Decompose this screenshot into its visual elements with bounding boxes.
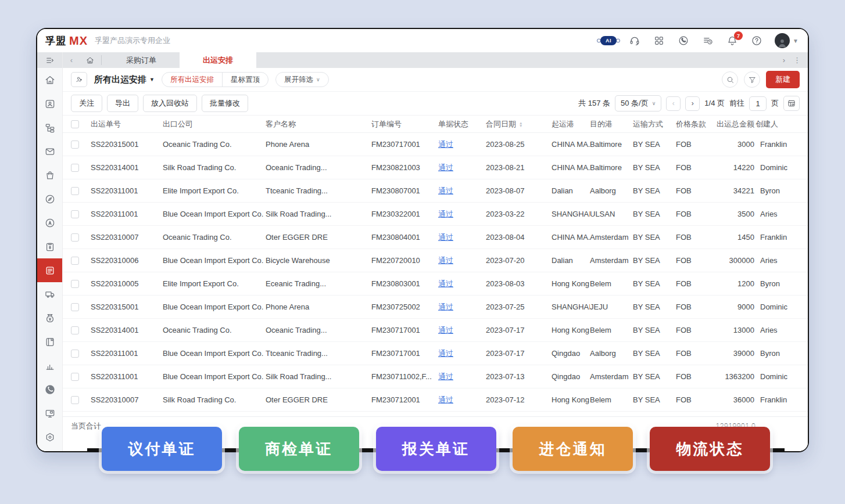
row-checkbox[interactable] — [71, 164, 79, 172]
toolbar-action-button[interactable]: 批量修改 — [202, 95, 248, 112]
column-header[interactable]: 运输方式 — [633, 119, 676, 129]
sidebar-item-shipdoc[interactable] — [37, 258, 62, 282]
sidebar-item-ledger[interactable] — [37, 330, 62, 354]
column-header[interactable]: 客户名称 — [266, 119, 371, 129]
whatsapp-icon[interactable] — [677, 34, 690, 47]
bell-icon[interactable]: 7 — [726, 34, 739, 47]
table-row[interactable]: SS220314001Silk Road Trading Co.Oceanic … — [63, 156, 808, 179]
table-row[interactable]: SS220311001Elite Import Export Co.Ttcean… — [63, 179, 808, 203]
filter-funnel-icon[interactable] — [744, 71, 760, 88]
column-header[interactable]: 出运总金额 — [711, 119, 756, 129]
status-link[interactable]: 通过 — [438, 140, 453, 149]
flow-button-2[interactable]: 商检单证 — [239, 427, 359, 471]
table-row[interactable]: SS220315001Oceanic Trading Co.Phone Aren… — [63, 133, 808, 156]
home-icon[interactable] — [80, 52, 100, 68]
status-link[interactable]: 通过 — [438, 326, 453, 334]
table-row[interactable]: SS220314001Oceanic Trading Co.Oceanic Tr… — [63, 319, 808, 342]
column-header[interactable]: 合同日期▲▼ — [486, 119, 552, 129]
expand-filter-button[interactable]: 展开筛选 ∨ — [275, 72, 329, 87]
column-header[interactable]: 创建人 — [756, 119, 800, 129]
sidebar-item-org[interactable] — [37, 116, 62, 139]
sidebar-item-finance[interactable] — [37, 306, 62, 330]
tasks-icon[interactable] — [701, 34, 714, 47]
column-settings-icon[interactable] — [783, 96, 800, 111]
table-row[interactable]: SS220310007Oceanic Trading Co.Oter EGGER… — [63, 226, 808, 249]
sidebar-item-workbench[interactable] — [37, 401, 62, 425]
toolbar-action-button[interactable]: 导出 — [107, 95, 138, 112]
flow-button-1[interactable]: 议付单证 — [102, 427, 222, 471]
grid-icon[interactable] — [653, 34, 665, 47]
row-checkbox[interactable] — [71, 326, 79, 334]
quick-filter-segment[interactable]: 星标置顶 — [222, 73, 268, 87]
row-checkbox[interactable] — [71, 280, 79, 288]
column-header[interactable]: 起运港 — [552, 119, 590, 129]
view-selector[interactable]: 所有出运安排 ▼ — [94, 74, 155, 85]
sidebar-item-truck[interactable] — [37, 282, 62, 306]
status-link[interactable]: 通过 — [438, 303, 453, 311]
table-row[interactable]: SS220310005Elite Import Export Co.Eceani… — [63, 272, 808, 296]
sidebar-item-report[interactable] — [37, 354, 62, 377]
status-link[interactable]: 通过 — [438, 233, 453, 242]
tab-2[interactable]: 出运安排 — [180, 52, 256, 68]
sidebar-item-mail[interactable] — [37, 139, 62, 163]
table-row[interactable]: SS220315001Blue Ocean Import Export Co.P… — [63, 296, 808, 319]
tab-scroll-left[interactable]: ‹ — [63, 52, 80, 68]
flow-button-5[interactable]: 物流状态 — [650, 427, 770, 471]
column-header[interactable]: 出运单号 — [91, 119, 163, 129]
table-row[interactable]: SS220311001Blue Ocean Import Export Co.T… — [63, 342, 808, 365]
sidebar-item-settings[interactable] — [37, 425, 62, 449]
row-checkbox[interactable] — [71, 350, 79, 358]
column-header[interactable]: 价格条款 — [676, 119, 711, 129]
assignee-filter-button[interactable] — [71, 72, 87, 87]
row-checkbox[interactable] — [71, 210, 79, 218]
sidebar-item-contacts[interactable] — [37, 92, 62, 116]
sidebar-item-home[interactable] — [37, 68, 62, 92]
table-row[interactable]: SS220310006Blue Ocean Import Export Co.B… — [63, 249, 808, 272]
status-link[interactable]: 通过 — [438, 349, 453, 358]
column-header[interactable]: 目的港 — [590, 119, 633, 129]
row-checkbox[interactable] — [71, 233, 79, 242]
sidebar-item-bag[interactable] — [37, 163, 62, 187]
sidebar-item-compass[interactable] — [37, 187, 62, 211]
table-row[interactable]: SS220311001Blue Ocean Import Export Co.S… — [63, 365, 808, 388]
help-icon[interactable] — [750, 34, 763, 47]
sort-icon[interactable]: ▲▼ — [519, 121, 522, 127]
row-checkbox[interactable] — [71, 141, 79, 149]
sidebar-item-marketing[interactable] — [37, 211, 62, 235]
tab-1[interactable]: 采购订单 — [103, 52, 180, 68]
status-link[interactable]: 通过 — [438, 163, 453, 172]
flow-button-4[interactable]: 进仓通知 — [513, 427, 633, 471]
status-link[interactable]: 通过 — [438, 372, 453, 381]
table-row[interactable]: SS220311001Blue Ocean Import Export Co.S… — [63, 203, 808, 226]
quick-filter-segment[interactable]: 所有出运安排 — [162, 73, 222, 87]
flow-button-3[interactable]: 报关单证 — [376, 427, 496, 471]
goto-page-input[interactable] — [749, 96, 767, 111]
status-link[interactable]: 通过 — [438, 279, 453, 288]
toolbar-action-button[interactable]: 关注 — [71, 95, 102, 112]
user-menu[interactable]: ▼ — [775, 33, 799, 48]
create-button[interactable]: 新建 — [766, 71, 800, 88]
tab-more-icon[interactable]: ⋮ — [793, 56, 801, 64]
sidebar-item-whatsapp-fill[interactable] — [37, 377, 62, 401]
sidebar-collapse-button[interactable] — [37, 52, 62, 68]
page-size-select[interactable]: 50 条/页 ∨ — [615, 95, 661, 111]
sidebar-item-order[interactable] — [37, 235, 62, 258]
headset-icon[interactable] — [628, 34, 641, 47]
row-checkbox[interactable] — [71, 396, 79, 404]
table-row[interactable]: SS220310007Silk Road Trading Co.Oter EGG… — [63, 388, 808, 412]
row-checkbox[interactable] — [71, 303, 79, 311]
select-all-checkbox[interactable] — [71, 120, 79, 128]
column-header[interactable]: 单据状态 — [438, 119, 486, 129]
tab-scroll-right[interactable]: › — [783, 56, 785, 64]
status-link[interactable]: 通过 — [438, 186, 453, 195]
row-checkbox[interactable] — [71, 373, 79, 381]
toolbar-action-button[interactable]: 放入回收站 — [143, 95, 197, 112]
status-link[interactable]: 通过 — [438, 210, 453, 218]
column-header[interactable]: 出口公司 — [163, 119, 266, 129]
row-checkbox[interactable] — [71, 187, 79, 195]
row-checkbox[interactable] — [71, 257, 79, 265]
ai-assistant-button[interactable]: AI — [600, 36, 617, 45]
status-link[interactable]: 通过 — [438, 395, 453, 404]
prev-page-button[interactable]: ‹ — [666, 96, 681, 111]
status-link[interactable]: 通过 — [438, 256, 453, 265]
